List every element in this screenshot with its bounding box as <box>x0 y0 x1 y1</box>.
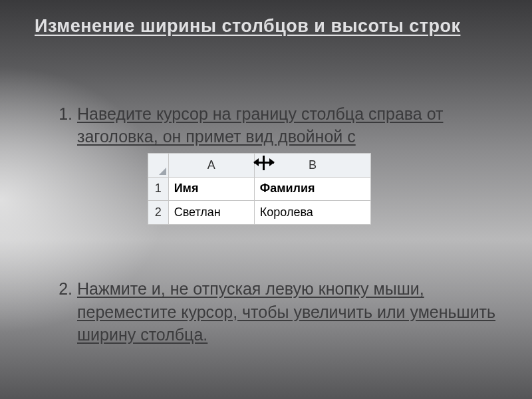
table-row: 1 Имя Фамилия <box>148 177 371 201</box>
cell-b1: Фамилия <box>254 177 370 201</box>
cell-b2: Королева <box>254 201 370 225</box>
slide-title: Изменение ширины столбцов и высоты строк <box>35 16 505 37</box>
step-list-2: Нажмите и, не отпуская левую кнопку мыши… <box>59 277 505 346</box>
row-header-1: 1 <box>148 177 169 201</box>
step-1: Наведите курсор на границу столбца справ… <box>77 103 505 148</box>
column-header-row: А B <box>148 154 371 178</box>
cell-a1: Имя <box>168 177 254 201</box>
col-header-a: А <box>168 154 254 178</box>
slide: Изменение ширины столбцов и высоты строк… <box>0 0 532 399</box>
select-all-corner <box>148 154 169 178</box>
table-row: 2 Светлан Королева <box>148 201 371 225</box>
col-header-b: B <box>254 154 370 178</box>
step-2: Нажмите и, не отпуская левую кнопку мыши… <box>77 277 505 346</box>
step-list-1: Наведите курсор на границу столбца справ… <box>59 103 505 148</box>
spreadsheet-table: А B 1 Имя Фамилия 2 Светлан Королева <box>148 153 371 225</box>
row-header-2: 2 <box>148 201 169 225</box>
excel-screenshot: А B 1 Имя Фамилия 2 Светлан Королева <box>148 153 371 225</box>
cell-a2: Светлан <box>168 201 254 225</box>
